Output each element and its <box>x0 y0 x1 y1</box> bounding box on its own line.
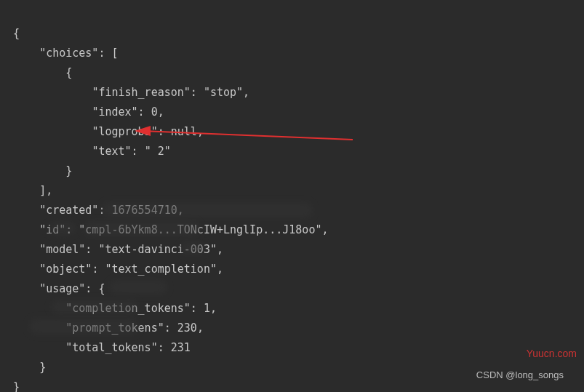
comma: , <box>210 302 217 315</box>
model-key: "model" <box>39 243 85 256</box>
choices-key: "choices" <box>39 47 98 60</box>
comma: , <box>217 263 223 276</box>
finish-reason-val: "stop" <box>204 86 243 99</box>
comma: , <box>321 223 328 236</box>
comma: , <box>197 321 204 335</box>
finish-reason-key: "finish_reason" <box>92 86 190 99</box>
json-code-block: { "choices": [ { "finish_reason": "stop"… <box>0 0 584 392</box>
total-tokens-val: 231 <box>171 341 191 354</box>
completion-tokens-val: 1 <box>204 302 210 315</box>
text-key: "text" <box>92 145 131 158</box>
id-key: "id" <box>39 223 65 236</box>
colon: : <box>98 204 111 217</box>
choices-open: : [ <box>98 47 118 60</box>
prompt-tokens-key: "prompt_tokens" <box>65 321 164 335</box>
choices-close: ], <box>39 184 52 197</box>
item-close: } <box>65 164 72 177</box>
colon: : <box>92 263 105 276</box>
usage-key: "usage" <box>39 282 85 295</box>
colon: : <box>158 341 171 354</box>
id-val: "cmpl-6bYkm8...TONcIW+LnglIp...J18oo" <box>79 223 321 236</box>
colon: : <box>65 223 79 236</box>
item-open: { <box>65 66 72 79</box>
colon: : <box>85 243 98 256</box>
text-val: " 2" <box>145 145 171 158</box>
index-val: 0 <box>151 105 158 119</box>
object-val: "text_completion" <box>105 263 217 276</box>
total-tokens-key: "total_tokens" <box>65 341 157 354</box>
brace-close: } <box>13 380 20 392</box>
object-key: "object" <box>39 263 92 276</box>
created-val: 1676554710 <box>111 204 177 217</box>
usage-close: } <box>39 361 46 374</box>
watermark-yuucn: Yuucn.com <box>527 345 577 363</box>
comma: , <box>197 125 204 138</box>
colon: : <box>138 105 151 119</box>
completion-tokens-key: "completion_tokens" <box>65 302 191 315</box>
model-val: "text-davinci-003" <box>98 243 217 256</box>
logprobs-key: "logprobs" <box>92 125 157 138</box>
created-key: "created" <box>39 204 98 217</box>
logprobs-val: null <box>171 125 197 138</box>
colon: : <box>158 125 171 138</box>
colon: : <box>191 302 204 315</box>
comma: , <box>217 243 223 256</box>
colon: : <box>191 86 204 99</box>
index-key: "index" <box>92 105 137 119</box>
watermark-csdn: CSDN @long_songs <box>476 367 564 383</box>
comma: , <box>177 204 184 217</box>
colon: : <box>164 321 177 335</box>
usage-open: : { <box>85 282 105 295</box>
comma: , <box>243 86 249 99</box>
colon: : <box>132 145 145 158</box>
prompt-tokens-val: 230 <box>177 321 197 335</box>
brace-open: { <box>13 27 20 40</box>
comma: , <box>158 105 164 119</box>
